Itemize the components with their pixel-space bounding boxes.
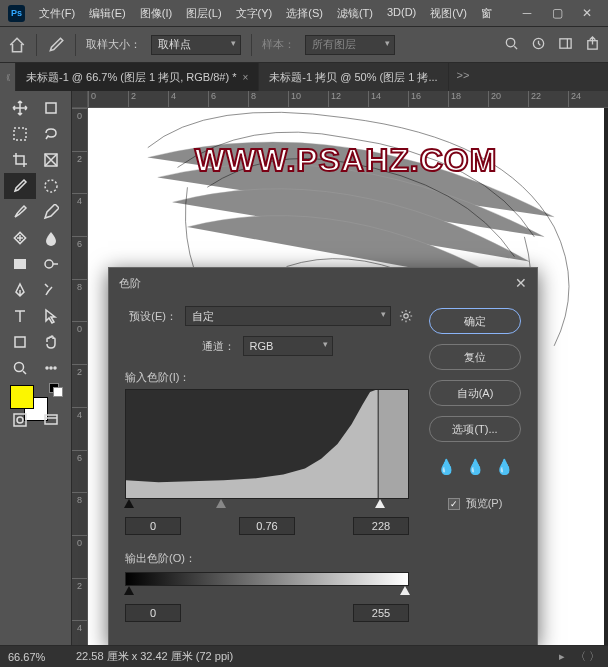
marquee-tool[interactable] <box>4 121 36 147</box>
ruler-tick: 2 <box>128 91 168 107</box>
options-button[interactable]: 选项(T)... <box>429 416 521 442</box>
ruler-origin[interactable] <box>72 91 88 108</box>
lasso-tool[interactable] <box>36 121 68 147</box>
output-black-field[interactable] <box>125 604 181 622</box>
history-icon[interactable] <box>531 36 546 53</box>
tab-overflow[interactable]: >> <box>449 63 478 91</box>
document-info[interactable]: 22.58 厘米 x 32.42 厘米 (72 ppi) <box>76 649 549 664</box>
shape-tool[interactable] <box>4 329 36 355</box>
crop-tool[interactable] <box>4 147 36 173</box>
gear-icon[interactable] <box>399 309 413 323</box>
zoom-tool[interactable] <box>4 355 36 381</box>
eyedropper-white-icon[interactable]: 💧 <box>495 458 514 476</box>
menu-view[interactable]: 视图(V) <box>424 3 473 24</box>
dialog-titlebar[interactable]: 色阶 ✕ <box>109 268 537 298</box>
share-icon[interactable] <box>585 36 600 53</box>
slider-white-icon[interactable] <box>400 586 410 595</box>
fill-tool[interactable] <box>4 251 36 277</box>
screenmode-tool[interactable] <box>36 407 68 433</box>
menu-file[interactable]: 文件(F) <box>33 3 81 24</box>
type-tool[interactable] <box>4 303 36 329</box>
artboard-tool[interactable] <box>36 95 68 121</box>
move-tool[interactable] <box>4 95 36 121</box>
separator <box>251 34 252 56</box>
healing-tool[interactable] <box>4 225 36 251</box>
pencil-tool[interactable] <box>36 199 68 225</box>
history-brush-tool[interactable] <box>36 277 68 303</box>
auto-button[interactable]: 自动(A) <box>429 380 521 406</box>
ruler-vertical[interactable]: 0246802468024 <box>72 108 88 663</box>
input-white-field[interactable] <box>353 517 409 535</box>
document-tab-2[interactable]: 未标题-1 拷贝 @ 50% (图层 1 拷... <box>259 63 448 91</box>
marquee-ellipse-tool[interactable] <box>36 173 68 199</box>
dialog-close-icon[interactable]: ✕ <box>515 275 527 291</box>
menu-3d[interactable]: 3D(D) <box>381 3 422 24</box>
ruler-tick: 10 <box>288 91 328 107</box>
slider-white-icon[interactable] <box>375 499 385 508</box>
ruler-horizontal[interactable]: 024681012141618202224 <box>88 91 608 108</box>
eyedropper-black-icon[interactable]: 💧 <box>437 458 456 476</box>
pen-tool[interactable] <box>4 277 36 303</box>
histogram[interactable] <box>125 389 409 499</box>
close-icon[interactable]: ✕ <box>574 3 600 23</box>
output-sliders[interactable] <box>125 586 409 600</box>
hand-tool[interactable] <box>36 329 68 355</box>
more-tools[interactable] <box>36 355 68 381</box>
sample-size-dropdown[interactable]: 取样点 <box>151 35 241 55</box>
eyedropper-gray-icon[interactable]: 💧 <box>466 458 485 476</box>
path-select-tool[interactable] <box>36 303 68 329</box>
tab-close-icon[interactable]: × <box>242 72 248 83</box>
zoom-value[interactable]: 66.67% <box>8 651 66 663</box>
preset-dropdown[interactable]: 自定 <box>185 306 391 326</box>
preview-checkbox[interactable]: ✓ 预览(P) <box>448 496 503 511</box>
menu-edit[interactable]: 编辑(E) <box>83 3 132 24</box>
brush-tool[interactable] <box>4 199 36 225</box>
eyedropper-tool-icon[interactable] <box>47 36 65 54</box>
status-arrow-icon[interactable]: ▸ <box>559 650 565 663</box>
menu-select[interactable]: 选择(S) <box>280 3 329 24</box>
minimize-icon[interactable]: ─ <box>514 3 540 23</box>
channel-dropdown[interactable]: RGB <box>243 336 333 356</box>
panel-icon[interactable] <box>558 36 573 53</box>
menu-type[interactable]: 文字(Y) <box>230 3 279 24</box>
document-tab-1[interactable]: 未标题-1 @ 66.7% (图层 1 拷贝, RGB/8#) * × <box>16 63 259 91</box>
svg-rect-4 <box>46 103 56 113</box>
home-icon[interactable] <box>8 36 26 54</box>
ruler-tick: 2 <box>72 578 87 621</box>
ruler-tick: 8 <box>72 279 87 322</box>
dock-toggle[interactable]: ⟪ <box>0 63 16 91</box>
default-colors-icon[interactable] <box>49 383 61 395</box>
slider-gray-icon[interactable] <box>216 499 226 508</box>
quickmask-tool[interactable] <box>4 407 36 433</box>
output-white-field[interactable] <box>353 604 409 622</box>
input-gamma-field[interactable] <box>239 517 295 535</box>
input-black-field[interactable] <box>125 517 181 535</box>
foreground-color[interactable] <box>10 385 34 409</box>
output-gradient[interactable] <box>125 572 409 586</box>
maximize-icon[interactable]: ▢ <box>544 3 570 23</box>
svg-point-17 <box>17 417 23 423</box>
ruler-tick: 18 <box>448 91 488 107</box>
app-logo: Ps <box>8 5 25 22</box>
menu-image[interactable]: 图像(I) <box>134 3 178 24</box>
status-nav[interactable]: 〈 〉 <box>575 649 600 664</box>
dialog-title: 色阶 <box>119 276 141 291</box>
svg-point-13 <box>46 367 48 369</box>
reset-button[interactable]: 复位 <box>429 344 521 370</box>
menu-filter[interactable]: 滤镜(T) <box>331 3 379 24</box>
sample-size-label: 取样大小： <box>86 37 141 52</box>
slider-black-icon[interactable] <box>124 586 134 595</box>
eyedropper-tool[interactable] <box>4 173 36 199</box>
svg-rect-5 <box>14 128 26 140</box>
search-icon[interactable] <box>504 36 519 53</box>
blur-tool[interactable] <box>36 225 68 251</box>
dodge-tool[interactable] <box>36 251 68 277</box>
slider-black-icon[interactable] <box>124 499 134 508</box>
frame-tool[interactable] <box>36 147 68 173</box>
input-sliders[interactable] <box>125 499 409 513</box>
sample-dropdown[interactable]: 所有图层 <box>305 35 395 55</box>
ok-button[interactable]: 确定 <box>429 308 521 334</box>
channel-label: 通道： <box>202 339 235 354</box>
menu-layer[interactable]: 图层(L) <box>180 3 227 24</box>
menu-window[interactable]: 窗 <box>475 3 498 24</box>
